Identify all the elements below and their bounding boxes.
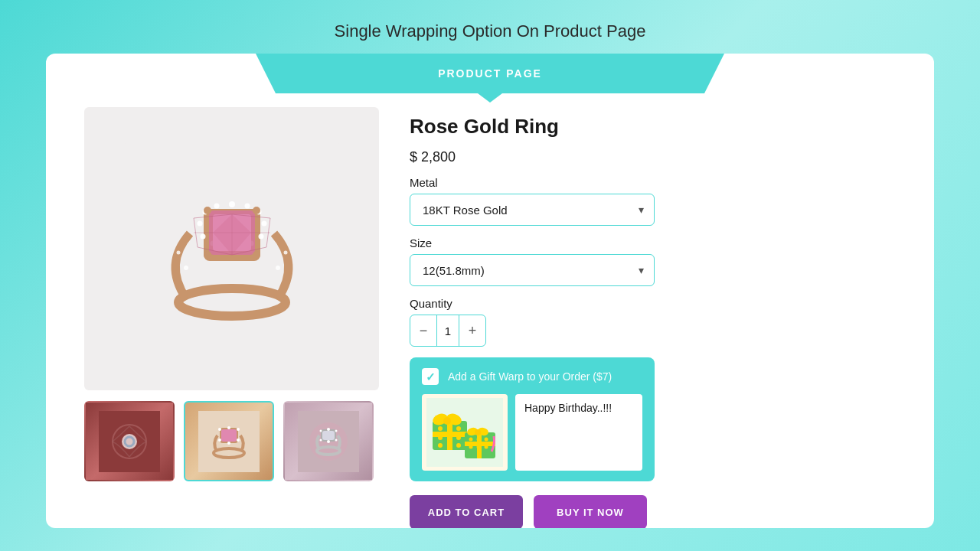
svg-point-10 [261,221,266,227]
gift-wrap-section: ✓ Add a Gift Warp to your Order ($7) [410,357,655,481]
svg-point-4 [184,266,188,270]
svg-point-58 [456,426,461,431]
gift-wrap-checkbox[interactable]: ✓ [422,368,439,385]
svg-point-69 [443,417,451,425]
svg-point-27 [204,251,211,259]
svg-point-50 [335,439,338,441]
quantity-field: Quantity − 1 + [410,297,896,347]
product-name: Rose Gold Ring [410,115,896,139]
svg-point-40 [227,442,230,445]
product-images-section [84,107,379,505]
svg-point-41 [218,439,221,442]
size-select[interactable]: 10(51.8mm) 11(51.8mm) 12(51.8mm) 13(51.8… [410,254,655,286]
main-product-image [84,107,379,390]
svg-point-49 [335,429,338,432]
svg-point-71 [469,438,473,442]
gift-message-text: Happy Birthday..!!! [524,402,612,414]
svg-point-25 [204,207,211,214]
svg-point-81 [475,429,481,435]
svg-point-15 [200,234,205,240]
gift-message-input[interactable]: Happy Birthday..!!! [515,394,642,471]
gift-wrap-image [422,394,508,471]
svg-point-26 [253,207,260,214]
checkmark-icon: ✓ [426,371,436,383]
gift-wrap-label: Add a Gift Warp to your Order ($7) [448,370,612,383]
svg-rect-47 [322,431,335,440]
metal-field: Metal 18KT Rose Gold 14KT Rose Gold 18KT… [410,176,896,226]
quantity-label: Quantity [410,297,896,310]
svg-point-42 [218,428,221,431]
thumbnail-1[interactable] [84,401,175,481]
quantity-stepper: − 1 + [410,315,486,347]
metal-select[interactable]: 18KT Rose Gold 14KT Rose Gold 18KT White… [410,194,655,226]
thumbnail-2[interactable] [184,401,274,481]
svg-point-62 [438,443,443,448]
quantity-increase-button[interactable]: + [459,315,485,346]
svg-point-11 [258,234,263,240]
svg-point-3 [283,251,287,255]
product-page-banner: PRODUCT PAGE [276,54,704,93]
product-card: PRODUCT PAGE [46,54,934,528]
svg-point-52 [320,439,322,441]
svg-rect-36 [221,429,237,442]
svg-point-53 [320,429,322,432]
svg-point-64 [456,443,461,448]
svg-point-7 [229,201,235,207]
svg-point-28 [253,251,260,259]
quantity-decrease-button[interactable]: − [410,315,436,346]
svg-point-39 [237,439,240,442]
svg-point-51 [327,440,330,443]
thumbnail-3[interactable] [283,401,374,481]
quantity-value: 1 [436,315,459,346]
svg-point-38 [237,428,240,431]
buy-now-button[interactable]: BUY IT NOW [534,495,647,528]
svg-point-5 [176,251,180,255]
svg-rect-66 [447,421,452,450]
metal-select-wrapper: 18KT Rose Gold 14KT Rose Gold 18KT White… [410,194,655,226]
svg-point-48 [327,428,330,431]
svg-point-37 [227,426,230,429]
svg-rect-78 [477,432,482,458]
product-price: $ 2,800 [410,149,896,165]
svg-point-56 [438,426,443,431]
svg-point-2 [276,266,280,270]
thumbnail-strip [84,401,379,481]
size-select-wrapper: 10(51.8mm) 11(51.8mm) 12(51.8mm) 13(51.8… [410,254,655,286]
product-details-section: Rose Gold Ring $ 2,800 Metal 18KT Rose G… [410,107,896,505]
add-to-cart-button[interactable]: ADD TO CART [410,495,523,528]
svg-point-16 [197,221,202,227]
gift-wrap-body: Happy Birthday..!!! [422,394,642,471]
svg-point-73 [485,438,488,442]
gift-wrap-header: ✓ Add a Gift Warp to your Order ($7) [422,368,642,385]
size-label: Size [410,236,896,249]
page-title: Single Wrapping Option On Product Page [335,21,646,41]
metal-label: Metal [410,176,896,189]
svg-point-18 [214,204,219,209]
size-field: Size 10(51.8mm) 11(51.8mm) 12(51.8mm) 13… [410,236,896,286]
banner-label: PRODUCT PAGE [438,67,542,80]
svg-point-8 [244,204,250,209]
action-buttons: ADD TO CART BUY IT NOW [410,495,896,528]
